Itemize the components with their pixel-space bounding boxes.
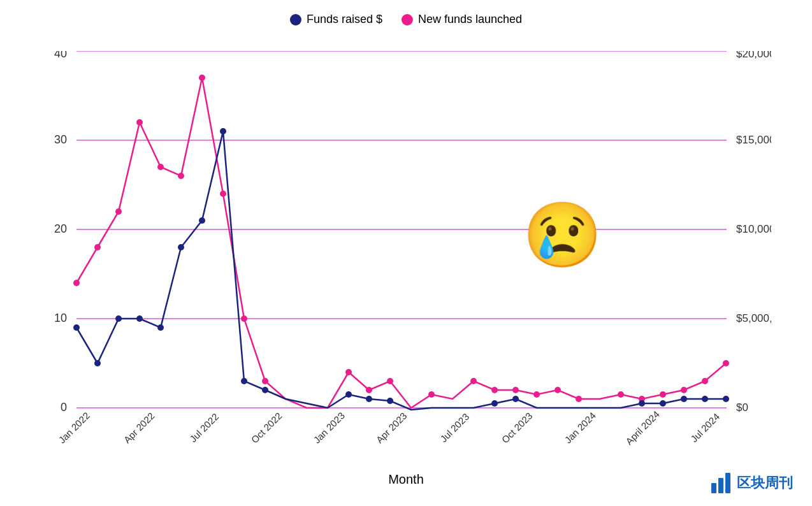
svg-text:Oct 2022: Oct 2022 <box>249 410 284 445</box>
dot-pink-7 <box>220 191 226 197</box>
svg-text:$20,000,000,000: $20,000,000,000 <box>736 51 771 60</box>
legend-dot-blue <box>290 14 301 25</box>
dot-pink-13 <box>345 369 352 375</box>
dot-blue-2 <box>115 315 122 322</box>
watermark-text: 区块周刊 <box>737 473 793 493</box>
legend: Funds raised $ New funds launched <box>290 13 522 26</box>
dot-pink-31 <box>723 360 729 366</box>
svg-text:Jul 2024: Jul 2024 <box>688 411 721 444</box>
svg-text:Oct 2023: Oct 2023 <box>500 410 535 445</box>
svg-text:$0: $0 <box>736 401 748 414</box>
svg-text:$10,000,000,000: $10,000,000,000 <box>736 223 771 235</box>
dot-blue-27 <box>639 400 645 407</box>
dot-pink-30 <box>702 378 708 384</box>
svg-text:20: 20 <box>54 222 67 235</box>
legend-item-funds-raised: Funds raised $ <box>290 13 382 26</box>
dot-blue-1 <box>94 360 101 366</box>
chart-svg: 0 10 20 30 40 $0 $5,000,000,000 $10,000,… <box>38 51 771 459</box>
svg-text:30: 30 <box>54 133 67 146</box>
svg-text:$5,000,000,000: $5,000,000,000 <box>736 312 771 324</box>
svg-text:April 2024: April 2024 <box>623 408 662 447</box>
dot-blue-28 <box>660 400 666 407</box>
dot-pink-8 <box>241 315 247 322</box>
svg-text:Jan 2024: Jan 2024 <box>562 410 598 445</box>
dot-pink-22 <box>533 391 540 398</box>
dot-pink-28 <box>660 391 666 398</box>
dot-blue-14 <box>366 396 372 402</box>
dot-blue-4 <box>157 324 164 331</box>
dot-pink-29 <box>681 387 687 393</box>
svg-text:Jul 2023: Jul 2023 <box>438 411 471 444</box>
bar-1 <box>711 483 716 493</box>
bar-2 <box>718 478 723 493</box>
svg-text:Apr 2022: Apr 2022 <box>122 410 157 445</box>
svg-text:Jul 2022: Jul 2022 <box>187 411 221 444</box>
dot-blue-0 <box>73 324 80 331</box>
dot-blue-8 <box>241 378 247 384</box>
dot-blue-5 <box>178 244 184 250</box>
svg-text:0: 0 <box>61 401 67 414</box>
svg-text:Apr 2023: Apr 2023 <box>374 410 409 445</box>
dot-pink-1 <box>94 244 101 250</box>
legend-label-new-funds: New funds launched <box>418 13 522 26</box>
bar-3 <box>725 473 730 493</box>
dot-pink-9 <box>262 378 268 384</box>
dot-pink-6 <box>199 75 205 81</box>
legend-dot-pink <box>402 14 413 25</box>
dot-pink-17 <box>428 391 435 398</box>
dot-blue-13 <box>345 391 352 398</box>
x-axis-label: Month <box>388 472 424 487</box>
dot-blue-3 <box>136 315 143 322</box>
dot-blue-21 <box>512 396 519 402</box>
dot-pink-3 <box>136 119 143 126</box>
emoji-crying: 😢 <box>523 198 602 273</box>
dot-blue-15 <box>387 398 393 404</box>
chart-container: Funds raised $ New funds launched 0 10 2… <box>0 0 812 506</box>
dot-pink-26 <box>618 391 624 398</box>
legend-item-new-funds: New funds launched <box>402 13 522 26</box>
dot-pink-2 <box>115 208 122 215</box>
dot-blue-7 <box>220 128 226 134</box>
line-new-funds <box>76 78 726 408</box>
dot-pink-5 <box>178 173 184 179</box>
svg-text:Jan 2023: Jan 2023 <box>311 410 347 445</box>
legend-label-funds-raised: Funds raised $ <box>307 13 382 26</box>
watermark: 区块周刊 <box>711 473 793 493</box>
dot-pink-14 <box>366 387 372 393</box>
watermark-bars-icon <box>711 473 730 493</box>
dot-pink-20 <box>491 387 498 393</box>
dot-blue-30 <box>702 396 708 402</box>
dot-blue-6 <box>199 217 205 224</box>
dot-pink-23 <box>555 387 561 393</box>
svg-text:10: 10 <box>54 312 67 324</box>
svg-text:Jan 2022: Jan 2022 <box>56 410 92 445</box>
dot-blue-31 <box>723 396 729 402</box>
dot-pink-21 <box>512 387 519 393</box>
dot-blue-9 <box>262 387 268 393</box>
dot-pink-0 <box>73 280 80 286</box>
dot-pink-15 <box>387 378 393 384</box>
dot-pink-19 <box>470 378 477 384</box>
dot-pink-4 <box>157 164 164 170</box>
dot-blue-20 <box>491 400 498 407</box>
dot-blue-29 <box>681 396 687 402</box>
svg-text:40: 40 <box>54 51 67 60</box>
dot-pink-24 <box>576 396 582 402</box>
svg-text:$15,000,000,000: $15,000,000,000 <box>736 134 771 146</box>
